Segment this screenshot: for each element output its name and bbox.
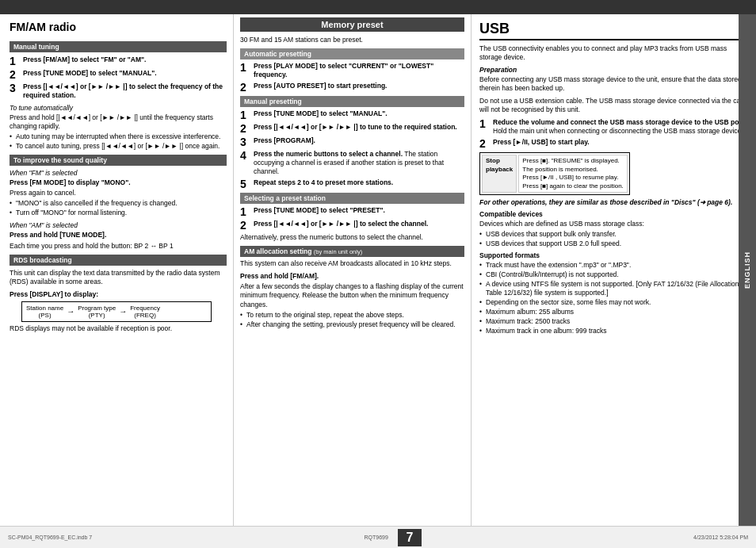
usb-step-num-2: 2	[479, 138, 491, 149]
compat-bullet-2: USB devices that support USB 2.0 full sp…	[479, 240, 750, 248]
manual-step-4-text: Press the numeric buttons to select a ch…	[254, 150, 464, 176]
step-1-text: Press [FM/AM] to select "FM" or "AM".	[23, 56, 146, 64]
am-press-label: Press and hold [FM/AM].	[240, 272, 464, 281]
rds-frequency: Frequency(FREQ)	[130, 305, 160, 319]
mono-bullet-2: Turn off "MONO" for normal listening.	[10, 209, 227, 217]
rds-header: RDS broadcasting	[10, 255, 227, 266]
am-alloc-title: AM allocation setting	[244, 247, 311, 255]
step-3-text: Press [|◄◄/◄◄] or [►► /►► |] to select t…	[23, 82, 227, 100]
usb-column: USB The USB connectivity enables you to …	[472, 14, 756, 526]
file-info: SC-PM04_RQT9699-E_EC.indb 7	[8, 535, 92, 540]
stop-label: Stopplayback	[482, 155, 517, 193]
rds-arrow-2: →	[119, 307, 127, 316]
prep-text2: Do not use a USB extension cable. The US…	[479, 97, 750, 114]
fm-selected-section: When "FM" is selected Press [FM MODE] to…	[10, 169, 227, 217]
manual-preset-header: Manual presetting	[240, 96, 464, 107]
english-label: ENGLISH	[743, 251, 751, 289]
manual-step-5-text: Repeat steps 2 to 4 to preset more stati…	[254, 178, 393, 187]
manual-step-num-4: 4	[240, 150, 251, 161]
auto-tune-bullet-1: Auto tuning may be interrupted when ther…	[10, 132, 227, 141]
step-3: 3 Press [|◄◄/◄◄] or [►► /►► |] to select…	[10, 82, 227, 100]
format-bullet-5: Maximum album: 255 albums	[479, 308, 750, 316]
english-sidebar: ENGLISH	[739, 14, 756, 526]
manual-step-num-2: 2	[240, 123, 251, 134]
usb-step-2-text: Press [►/II, USB] to start play.	[493, 138, 590, 147]
am-selected-title: When "AM" is selected	[10, 221, 227, 229]
rds-station-name: Station name(PS)	[26, 305, 63, 319]
compatible-devices-title: Compatible devices	[479, 210, 750, 218]
rds-arrow-1: →	[67, 307, 74, 316]
manual-step-5: 5 Repeat steps 2 to 4 to preset more sta…	[240, 178, 464, 190]
manual-step-4: 4 Press the numeric buttons to select a …	[240, 150, 464, 176]
rds-program-type: Program type(PTY)	[78, 305, 116, 319]
manual-step-1-text: Press [TUNE MODE] to select "MANUAL".	[254, 109, 388, 118]
memory-preset-column: Memory preset 30 FM and 15 AM stations c…	[234, 14, 472, 526]
step-num-3: 3	[10, 82, 21, 94]
usb-step-1: 1 Reduce the volume and connect the USB …	[479, 118, 750, 136]
auto-preset-header: Automatic presetting	[240, 48, 464, 59]
am-alloc-text1: This system can also receive AM broadcas…	[240, 259, 464, 268]
bottom-bar: SC-PM04_RQT9699-E_EC.indb 7 RQT9699 7 4/…	[0, 526, 756, 548]
manual-step-2: 2 Press [|◄◄/◄◄] or [►► /►► |] to tune t…	[240, 123, 464, 134]
auto-step-2-text: Press [AUTO PRESET] to start presetting.	[254, 82, 387, 90]
fm-am-column: FM/AM radio Manual tuning 1 Press [FM/AM…	[0, 14, 234, 526]
select-preset-header: Selecting a preset station	[240, 193, 464, 204]
format-bullet-6: Maximum track: 2500 tracks	[479, 317, 750, 326]
compat-bullet-1: USB devices that support bulk only trans…	[479, 230, 750, 239]
page: FM/AM radio Manual tuning 1 Press [FM/AM…	[0, 0, 756, 548]
manual-step-3: 3 Press [PROGRAM].	[240, 136, 464, 148]
step-num-2: 2	[10, 69, 21, 80]
am-alloc-box: AM allocation setting (by main unit only…	[240, 246, 464, 257]
am-selected-section: When "AM" is selected Press and hold [TU…	[10, 221, 227, 250]
am-alloc-suffix: (by main unit only)	[314, 248, 362, 255]
format-bullet-3: A device using NTFS file system is not s…	[479, 280, 750, 297]
format-bullet-1: Track must have the extension ".mp3" or …	[479, 261, 750, 270]
manual-tuning-header: Manual tuning	[10, 41, 227, 52]
fm-am-title: FM/AM radio	[10, 21, 76, 33]
memory-preset-title: Memory preset	[240, 17, 464, 32]
date-info: 4/23/2012 5:28:04 PM	[693, 535, 748, 540]
top-bar	[0, 0, 756, 14]
auto-step-1: 1 Press [PLAY MODE] to select "CURRENT" …	[240, 62, 464, 79]
preparation-section: Preparation Before connecting any USB ma…	[479, 66, 750, 114]
am-alloc-header: AM allocation setting (by main unit only…	[240, 246, 464, 257]
auto-step-1-text: Press [PLAY MODE] to select "CURRENT" or…	[254, 62, 464, 79]
prep-text1: Before connecting any USB mass storage d…	[479, 75, 750, 93]
usb-step-num-1: 1	[479, 118, 491, 129]
format-bullet-4: Depending on the sector size, some files…	[479, 298, 750, 307]
step-2-text: Press [TUNE MODE] to select "MANUAL".	[23, 69, 157, 78]
memory-intro: 30 FM and 15 AM stations can be preset.	[240, 36, 464, 44]
usb-title: USB	[479, 21, 750, 40]
page-number: 7	[398, 529, 422, 546]
preparation-title: Preparation	[479, 66, 750, 74]
auto-tune-title: To tune automatically	[10, 104, 227, 112]
manual-step-2-text: Press [|◄◄/◄◄] or [►► /►► |] to tune to …	[254, 123, 457, 132]
supported-formats-title: Supported formats	[479, 251, 750, 259]
supported-formats-section: Supported formats Track must have the ex…	[479, 251, 750, 335]
format-bullet-2: CBI (Control/Bulk/Interrupt) is not supp…	[479, 270, 750, 279]
compatible-devices-section: Compatible devices Devices which are def…	[479, 210, 750, 248]
select-step-1-text: Press [TUNE MODE] to select "PRESET".	[254, 206, 385, 215]
step-2: 2 Press [TUNE MODE] to select "MANUAL".	[10, 69, 227, 80]
rds-display-label: Press [DISPLAY] to display:	[10, 290, 227, 299]
manual-step-3-text: Press [PROGRAM].	[254, 136, 315, 145]
select-alt-text: Alternatively, press the numeric buttons…	[240, 233, 464, 242]
auto-tune-section: To tune automatically Press and hold [|◄…	[10, 104, 227, 151]
am-press-text: After a few seconds the display changes …	[240, 282, 464, 308]
main-content: FM/AM radio Manual tuning 1 Press [FM/AM…	[0, 14, 756, 526]
fm-selected-text: Press [FM MODE] to display "MONO".	[10, 178, 227, 187]
auto-step-num-2: 2	[240, 82, 251, 93]
manual-step-1: 1 Press [TUNE MODE] to select "MANUAL".	[240, 109, 464, 121]
select-step-2: 2 Press [|◄◄/◄◄] or [►► /►► |] to select…	[240, 220, 464, 231]
other-ops-text: For other operations, they are similar a…	[479, 198, 750, 207]
press-again-text: Press again to cancel.	[10, 189, 227, 197]
am-selected-text: Press and hold [TUNE MODE].	[10, 231, 227, 240]
am-bullet-1: To return to the original step, repeat t…	[240, 311, 464, 320]
select-step-2-text: Press [|◄◄/◄◄] or [►► /►► |] to select t…	[254, 220, 428, 228]
sound-quality-header: To improve the sound quality	[10, 155, 227, 166]
usb-intro: The USB connectivity enables you to conn…	[479, 44, 750, 62]
stop-instructions: Press [■]. "RESUME" is displayed. The po…	[518, 155, 628, 193]
auto-tune-bullet-2: To cancel auto tuning, press [|◄◄/◄◄] or…	[10, 142, 227, 151]
manual-step-num-1: 1	[240, 109, 251, 121]
auto-tune-text: Press and hold [|◄◄/◄◄] or [►► /►► |] un…	[10, 113, 227, 131]
